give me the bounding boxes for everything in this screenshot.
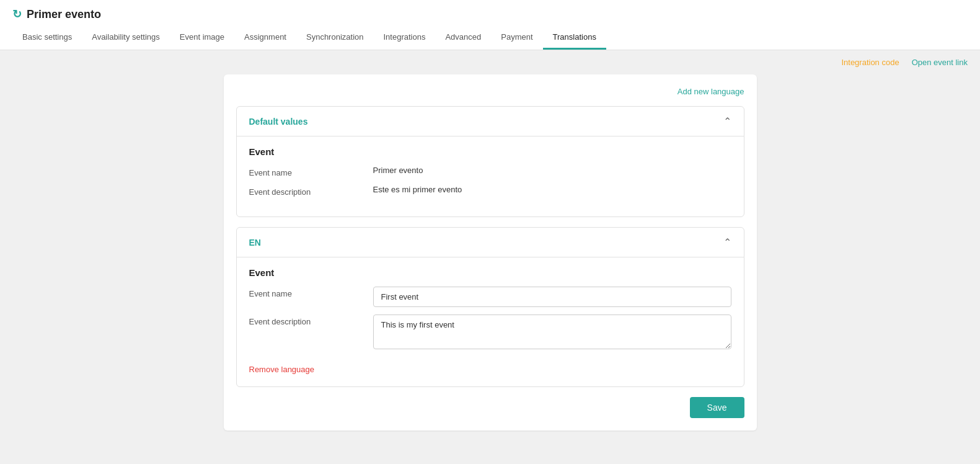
en-section-header[interactable]: EN ⌃ — [237, 228, 744, 257]
tab-translations[interactable]: Translations — [543, 26, 606, 50]
tab-basic-settings[interactable]: Basic settings — [12, 26, 82, 50]
default-event-name-label: Event name — [249, 166, 373, 177]
add-language-row: Add new language — [236, 87, 744, 96]
tab-payment[interactable]: Payment — [491, 26, 542, 50]
default-event-name-row: Event name Primer evento — [249, 166, 731, 177]
default-event-description-label: Event description — [249, 185, 373, 197]
en-section-title: EN — [249, 238, 261, 248]
en-section-body: Event Event name Event description This … — [237, 257, 744, 386]
en-event-description-input-wrapper: This is my first event — [373, 315, 731, 351]
tab-advanced[interactable]: Advanced — [435, 26, 491, 50]
en-section-chevron: ⌃ — [723, 236, 731, 248]
default-values-header[interactable]: Default values ⌃ — [237, 107, 744, 136]
tab-synchronization[interactable]: Synchronization — [296, 26, 374, 50]
default-event-description-value: Este es mi primer evento — [373, 185, 462, 194]
default-event-name-value: Primer evento — [373, 166, 423, 175]
tab-availability-settings[interactable]: Availability settings — [82, 26, 170, 50]
en-section: EN ⌃ Event Event name Event description … — [236, 227, 744, 387]
action-links: Integration code Open event link — [12, 58, 968, 67]
integration-code-link[interactable]: Integration code — [841, 58, 899, 67]
save-row: Save — [236, 397, 744, 418]
default-values-body: Event Event name Primer evento Event des… — [237, 136, 744, 216]
remove-language-link[interactable]: Remove language — [249, 365, 315, 374]
default-values-chevron: ⌃ — [723, 115, 731, 127]
save-button[interactable]: Save — [690, 397, 744, 418]
tab-assignment[interactable]: Assignment — [234, 26, 296, 50]
en-event-name-label: Event name — [249, 287, 373, 298]
en-event-description-label: Event description — [249, 315, 373, 326]
en-event-name-input[interactable] — [373, 287, 731, 307]
en-event-subtitle: Event — [249, 267, 731, 278]
page-title-text: Primer evento — [27, 8, 101, 21]
default-event-subtitle: Event — [249, 146, 731, 157]
default-values-title: Default values — [249, 117, 308, 127]
sync-icon: ↻ — [12, 7, 22, 21]
main-card: Add new language Default values ⌃ Event … — [224, 74, 757, 431]
tab-integrations[interactable]: Integrations — [373, 26, 435, 50]
default-values-section: Default values ⌃ Event Event name Primer… — [236, 106, 744, 217]
top-bar: ↻ Primer evento Basic settings Availabil… — [0, 0, 980, 50]
add-new-language-link[interactable]: Add new language — [678, 87, 744, 96]
tabs-container: Basic settings Availability settings Eve… — [12, 26, 968, 50]
en-event-name-input-wrapper — [373, 287, 731, 307]
en-event-description-textarea[interactable]: This is my first event — [373, 315, 731, 349]
en-event-description-row: Event description This is my first event — [249, 315, 731, 351]
page-title: ↻ Primer evento — [12, 7, 968, 21]
open-event-link[interactable]: Open event link — [912, 58, 968, 67]
default-event-description-row: Event description Este es mi primer even… — [249, 185, 731, 197]
content-area: Integration code Open event link Add new… — [0, 50, 980, 452]
en-event-name-row: Event name — [249, 287, 731, 307]
tab-event-image[interactable]: Event image — [170, 26, 234, 50]
